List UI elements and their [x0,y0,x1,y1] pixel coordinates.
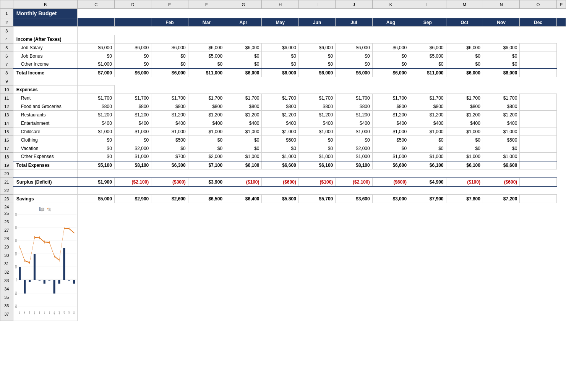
other-income-dec: $0 [483,60,519,69]
surplus-bar-aug [53,280,55,294]
month-p [556,18,566,27]
total-income-row: 8 Total Income $7,000 $6,000 $6,000 $11,… [0,69,566,77]
other-income-apr: $0 [188,60,225,69]
month-feb: Feb [151,18,188,27]
clothing-jun: $500 [262,136,298,144]
row-17-num: 17 [0,144,13,153]
savings-may: $6,400 [225,195,262,203]
x-label-dec: Dec [73,310,75,315]
entertainment-apr: $400 [188,119,225,127]
job-bonus-feb: $0 [114,52,151,60]
job-bonus-jul: $0 [298,52,335,60]
surplus-oct: $4,900 [409,178,446,186]
food-jul: $800 [298,102,335,111]
vacation-aug: $2,000 [336,144,372,153]
svg-text:$2,000: $2,000 [15,265,17,269]
total-income-nov: $6,000 [446,69,483,77]
svg-text:$8,000: $8,000 [15,225,17,230]
savings-jul: $5,700 [298,195,335,203]
month-apr: Apr [225,18,262,27]
total-expenses-feb: $8,100 [114,161,151,169]
surplus-bar-sep [58,280,60,284]
other-income-label: Other Income [13,60,78,69]
rent-aug: $1,700 [336,94,372,102]
restaurants-dec: $1,200 [483,111,519,119]
job-bonus-oct: $5,000 [409,52,446,60]
surplus-label: Surplus (Deficit) [13,178,78,186]
row-5-num: 5 [0,44,13,52]
svg-text:$10,000: $10,000 [15,212,17,217]
childcare-mar: $1,000 [151,127,188,136]
restaurants-jun: $1,200 [262,111,298,119]
childcare-sep: $1,000 [372,127,409,136]
surplus-bar-mar [29,280,31,282]
svg-text:$4,000: $4,000 [15,252,17,256]
surplus-mar: ($300) [151,178,188,186]
row-23-num: 23 [0,195,13,203]
other-expenses-jul: $1,000 [298,153,335,161]
rent-jul: $1,700 [298,94,335,102]
job-bonus-apr: $5,000 [188,52,225,60]
other-expenses-mar: $700 [151,153,188,161]
childcare-feb: $1,000 [114,127,151,136]
x-label-sep: Sep [58,310,60,315]
entertainment-dec: $400 [483,119,519,127]
surplus-bar-apr [34,254,36,280]
job-bonus-row: 6 Job Bonus $0 $0 $0 $5,000 $0 $0 $0 $0 … [0,52,566,60]
legend-surplus-icon [39,207,40,211]
legend-savings-dot-icon [48,208,48,210]
total-income-oct: $11,000 [409,69,446,77]
rent-dec: $1,700 [483,94,519,102]
total-income-jun: $6,000 [262,69,298,77]
total-expenses-jan: $5,100 [78,161,114,169]
rent-row: 11 Rent $1,700 $1,700 $1,700 $1,700 $1,7… [0,94,566,102]
savings-dec: $7,200 [483,195,519,203]
row-23-p [520,195,556,203]
total-expenses-row: 19 Total Expenses $5,100 $8,100 $6,300 $… [0,161,566,169]
clothing-aug: $0 [336,136,372,144]
month-nov: Nov [483,18,519,27]
budget-chart: $10,000 $8,000 $6,000 $4,000 $2,000 $0 (… [13,203,78,321]
x-label-nov: Nov [68,310,70,315]
surplus-bar-jan [19,267,21,280]
savings-dot-jul [49,241,49,244]
col-b-header: B [13,0,78,9]
row-17-p [520,144,556,153]
clothing-jul: $0 [298,136,335,144]
surplus-bar-dec [73,280,75,284]
restaurants-label: Restaurants [13,111,78,119]
total-income-mar: $6,000 [151,69,188,77]
total-income-sep: $6,000 [372,69,409,77]
col-i-header: I [298,0,335,9]
job-bonus-dec: $0 [483,52,519,60]
col-j-header: J [336,0,372,9]
job-bonus-jun: $0 [262,52,298,60]
other-expenses-nov: $1,000 [446,153,483,161]
total-income-jan: $7,000 [78,69,114,77]
row-3: 3 [0,27,566,35]
chart-cell: $10,000 $8,000 $6,000 $4,000 $2,000 $0 (… [13,203,78,321]
total-income-may: $6,000 [225,69,262,77]
surplus-jul: ($100) [298,178,335,186]
clothing-label: Clothing [13,136,78,144]
savings-dot-may [39,236,40,239]
clothing-dec: $500 [483,136,519,144]
job-salary-apr: $6,000 [188,44,225,52]
rent-feb: $1,700 [114,94,151,102]
total-expenses-apr: $7,100 [188,161,225,169]
vacation-may: $0 [225,144,262,153]
restaurants-mar: $1,200 [151,111,188,119]
other-income-aug: $0 [336,60,372,69]
food-oct: $800 [409,102,446,111]
row-7-num: 7 [0,60,13,69]
food-sep: $800 [372,102,409,111]
row-9-empty [13,77,78,85]
job-salary-jul: $6,000 [298,44,335,52]
savings-label: Savings [13,195,78,203]
job-salary-label: Job Salary [13,44,78,52]
spreadsheet: B C D E F G H I J K L M N O P 1 Monthly … [0,0,566,321]
col-header-row: B C D E F G H I J K L M N O P [0,0,566,9]
total-income-label: Total Income [13,69,78,77]
month-jan [114,18,151,27]
row-20-num: 20 [0,169,13,178]
